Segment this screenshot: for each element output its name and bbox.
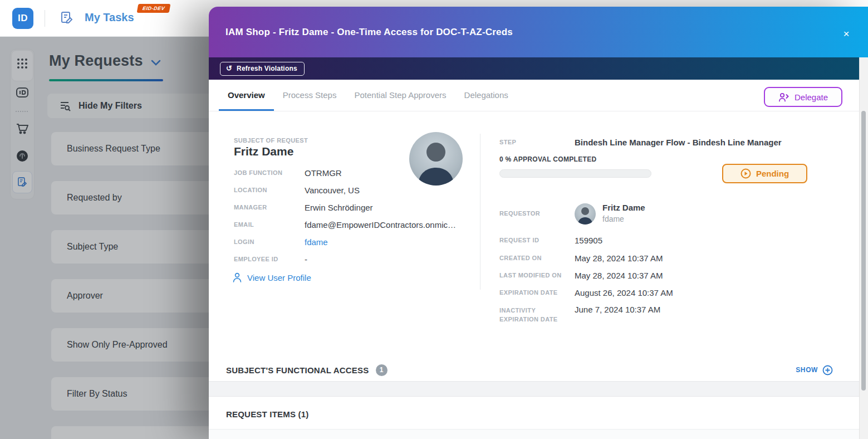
show-functional-access-link[interactable]: SHOW xyxy=(796,365,833,375)
show-label: SHOW xyxy=(796,366,818,374)
close-icon[interactable]: × xyxy=(840,28,852,40)
refresh-violations-label: Refresh Violations xyxy=(237,65,297,72)
approval-completed-text: 0 % APPROVAL COMPLETED xyxy=(499,155,596,163)
last-modified-on-value: May 28, 2024 10:37 AM xyxy=(575,271,663,280)
status-badge-label: Pending xyxy=(756,169,789,178)
requestor-label: REQUESTOR xyxy=(499,210,540,217)
job-function-label: JOB FUNCTION xyxy=(234,169,282,176)
nav-item-my-tasks[interactable]: My Tasks xyxy=(85,11,134,24)
column-divider xyxy=(480,134,480,290)
expiration-date-value: August 26, 2024 10:37 AM xyxy=(575,288,673,297)
topbar-divider xyxy=(45,10,45,27)
modal-title: IAM Shop - Fritz Dame - One-Time Access … xyxy=(225,27,513,38)
step-value: Bindesh Line Manager Flow - Bindesh Line… xyxy=(575,138,782,147)
request-items-title: REQUEST ITEMS (1) xyxy=(226,409,308,419)
delegate-label: Delegate xyxy=(795,92,828,102)
modal-tabbar: Overview Process Steps Potential Step Ap… xyxy=(209,80,859,111)
my-tasks-icon[interactable] xyxy=(59,10,75,26)
location-label: LOCATION xyxy=(234,187,267,193)
manager-value: Erwin Schrödinger xyxy=(305,203,373,212)
email-value: fdame@EmpowerIDContractors.onmic… xyxy=(305,220,456,230)
modal-scrollbar-track[interactable] xyxy=(859,57,868,439)
refresh-violations-button[interactable]: ↺ Refresh Violations xyxy=(220,62,305,76)
refresh-icon: ↺ xyxy=(226,65,232,72)
approval-progress-bar xyxy=(499,169,651,178)
login-label: LOGIN xyxy=(234,238,254,245)
section-separator xyxy=(209,381,859,397)
request-detail-modal: IAM Shop - Fritz Dame - One-Time Access … xyxy=(209,7,868,439)
expiration-date-label: EXPIRATION DATE xyxy=(499,289,558,296)
login-link[interactable]: fdame xyxy=(305,237,328,247)
view-user-profile-link[interactable]: View User Profile xyxy=(233,272,311,282)
inactivity-expiration-date-value: June 7, 2024 10:37 AM xyxy=(575,305,660,314)
status-badge: Pending xyxy=(722,164,807,183)
functional-access-title: SUBJECT'S FUNCTIONAL ACCESS xyxy=(226,365,369,375)
functional-access-count-badge: 1 xyxy=(376,364,388,376)
created-on-label: CREATED ON xyxy=(499,255,542,261)
view-user-profile-label: View User Profile xyxy=(247,273,311,282)
violations-bar: ↺ Refresh Violations xyxy=(209,57,868,80)
request-items-body-strip xyxy=(209,429,859,439)
tab-overview[interactable]: Overview xyxy=(219,80,274,111)
tab-delegations[interactable]: Delegations xyxy=(455,80,517,111)
subject-avatar xyxy=(409,132,463,186)
functional-access-section-header: SUBJECT'S FUNCTIONAL ACCESS 1 SHOW xyxy=(226,360,833,380)
request-id-label: REQUEST ID xyxy=(499,237,539,243)
requestor-name: Fritz Dame xyxy=(602,203,645,212)
environment-badge: EID-DEV xyxy=(137,4,171,13)
subject-of-request-label: SUBJECT OF REQUEST xyxy=(234,137,308,144)
play-circle-icon xyxy=(741,168,751,179)
last-modified-on-label: LAST MODIFIED ON xyxy=(499,272,562,279)
email-label: EMAIL xyxy=(234,221,254,228)
employee-id-value: - xyxy=(305,255,307,264)
plus-circle-icon xyxy=(822,365,833,375)
app-logo[interactable]: ID xyxy=(12,8,33,29)
delegate-person-icon xyxy=(778,92,789,102)
manager-label: MANAGER xyxy=(234,204,267,211)
inactivity-expiration-date-label: INACTIVITY EXPIRATION DATE xyxy=(499,306,566,324)
tab-potential-step-approvers[interactable]: Potential Step Approvers xyxy=(345,80,455,111)
delegate-button[interactable]: Delegate xyxy=(764,87,842,107)
person-outline-icon xyxy=(233,272,242,282)
modal-header: IAM Shop - Fritz Dame - One-Time Access … xyxy=(209,7,868,57)
requestor-avatar xyxy=(575,203,596,225)
step-label: STEP xyxy=(499,139,516,145)
created-on-value: May 28, 2024 10:37 AM xyxy=(575,253,663,263)
request-id-value: 159905 xyxy=(575,236,602,245)
subject-name: Fritz Dame xyxy=(234,145,293,158)
requestor-login: fdame xyxy=(602,214,624,223)
tab-process-steps[interactable]: Process Steps xyxy=(274,80,346,111)
employee-id-label: EMPLOYEE ID xyxy=(234,256,278,262)
location-value: Vancouver, US xyxy=(305,186,360,195)
modal-scrollbar-thumb[interactable] xyxy=(861,111,866,391)
job-function-value: OTRMGR xyxy=(305,168,342,178)
